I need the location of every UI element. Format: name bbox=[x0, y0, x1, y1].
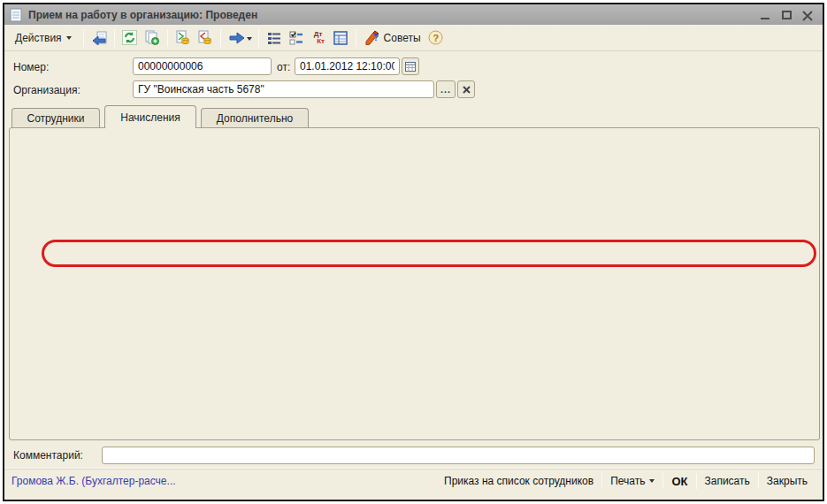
dropdown-caret-icon bbox=[649, 479, 655, 483]
accruals-tab-panel bbox=[9, 127, 820, 440]
close-button-label: Закрыть bbox=[767, 475, 808, 487]
minimize-button[interactable] bbox=[759, 9, 771, 21]
document-movements-add-icon[interactable] bbox=[173, 28, 193, 48]
svg-text:?: ? bbox=[433, 33, 440, 43]
calendar-icon bbox=[405, 61, 416, 72]
maximize-button[interactable] bbox=[780, 9, 793, 21]
svg-text:?: ? bbox=[373, 33, 379, 42]
toolbar-separator bbox=[167, 29, 168, 47]
toolbar-separator bbox=[220, 29, 221, 47]
dtkt-icon[interactable]: Дт Кт bbox=[309, 28, 328, 48]
organization-label: Организация: bbox=[13, 84, 80, 96]
document-movements-remove-icon[interactable] bbox=[195, 28, 215, 48]
ok-button-label: ОК bbox=[671, 475, 687, 488]
tips-button-label: Советы bbox=[384, 32, 421, 44]
status-bar: Громова Ж.Б. (Бухгалтер-расче... Приказ … bbox=[4, 469, 823, 493]
main-toolbar: Действия Дт bbox=[4, 25, 823, 51]
actions-button[interactable]: Действия bbox=[9, 28, 78, 48]
dtkt-kt-label: Кт bbox=[317, 38, 325, 45]
write-button[interactable]: Записать bbox=[697, 472, 758, 491]
tab-employees[interactable]: Сотрудники bbox=[11, 108, 100, 127]
tips-button[interactable]: ? Советы bbox=[362, 30, 424, 45]
tab-additional-label: Дополнительно bbox=[217, 112, 293, 125]
write-button-label: Записать bbox=[705, 475, 750, 487]
close-button[interactable]: Закрыть bbox=[759, 472, 816, 491]
comment-label: Комментарий: bbox=[13, 449, 83, 462]
clear-x-icon bbox=[463, 86, 471, 94]
order-list-button-label: Приказ на список сотрудников bbox=[444, 475, 593, 487]
tab-employees-label: Сотрудники bbox=[27, 112, 85, 125]
tab-additional[interactable]: Дополнительно bbox=[201, 108, 309, 127]
copy-document-icon[interactable] bbox=[142, 28, 162, 48]
tab-accruals-label: Начисления bbox=[120, 111, 180, 124]
current-user-label: Громова Ж.Б. (Бухгалтер-расче... bbox=[11, 475, 176, 487]
window-title: Прием на работу в организацию: Проведен bbox=[28, 9, 257, 21]
close-icon[interactable] bbox=[801, 9, 814, 21]
comment-input[interactable] bbox=[102, 447, 815, 464]
calendar-button[interactable] bbox=[402, 57, 419, 75]
refresh-icon[interactable] bbox=[120, 28, 140, 48]
order-list-button[interactable]: Приказ на список сотрудников bbox=[436, 472, 601, 491]
print-button[interactable]: Печать bbox=[602, 472, 662, 491]
help-icon[interactable]: ? bbox=[426, 28, 446, 48]
title-bar: Прием на работу в организацию: Проведен bbox=[4, 4, 823, 25]
tips-icon: ? bbox=[364, 30, 380, 45]
organization-lookup-button[interactable]: ... bbox=[436, 80, 456, 98]
structure-icon[interactable] bbox=[264, 28, 284, 48]
toolbar-separator bbox=[258, 29, 259, 47]
number-input[interactable] bbox=[133, 57, 272, 75]
document-window: Прием на работу в организацию: Проведен … bbox=[3, 3, 824, 501]
post-document-icon[interactable] bbox=[89, 28, 109, 48]
organization-input[interactable] bbox=[133, 80, 434, 98]
number-label: Номер: bbox=[13, 61, 49, 73]
go-to-icon[interactable] bbox=[226, 28, 253, 48]
filter-settings-icon[interactable] bbox=[287, 28, 306, 48]
toolbar-separator bbox=[356, 29, 356, 47]
date-label: от: bbox=[277, 61, 290, 73]
tab-accruals[interactable]: Начисления bbox=[104, 105, 196, 128]
toolbar-separator bbox=[83, 29, 84, 47]
report-icon[interactable] bbox=[331, 28, 350, 48]
document-icon bbox=[10, 8, 23, 22]
dropdown-caret-icon bbox=[66, 36, 72, 40]
ok-button[interactable]: ОК bbox=[663, 472, 695, 491]
actions-button-label: Действия bbox=[15, 32, 62, 44]
date-input[interactable] bbox=[295, 57, 400, 75]
print-button-label: Печать bbox=[610, 475, 645, 487]
toolbar-separator bbox=[114, 29, 115, 47]
organization-clear-button[interactable] bbox=[457, 80, 475, 98]
